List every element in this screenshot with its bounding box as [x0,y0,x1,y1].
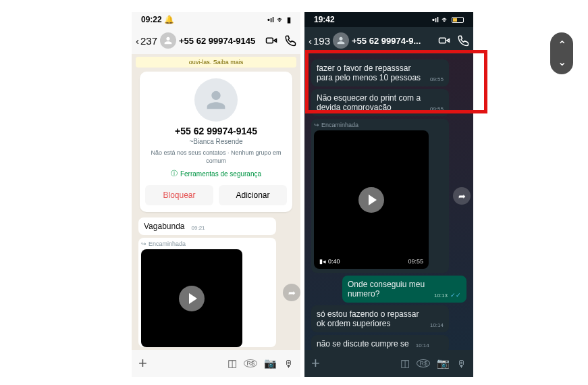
signal-icon: •ıl [267,16,274,24]
contact-phone: +55 62 99974-9145 [145,126,287,136]
forwarded-label: ↪ Encaminhada [141,240,273,247]
microphone-icon[interactable]: 🎙 [284,358,294,369]
input-bar: + ◫ R$ 📷 🎙 [304,350,473,377]
contact-card: +55 62 99974-9145 ~Bianca Resende Não es… [140,72,292,212]
security-tools[interactable]: ⓘ Ferramentas de segurança [145,169,287,178]
microphone-icon[interactable]: 🎙 [456,358,466,369]
video-thumbnail[interactable] [141,249,242,347]
currency-icon[interactable]: R$ [244,359,257,367]
message-bubble[interactable]: não se discute cumpre se 10:14 [311,335,449,350]
message-time: 10:14 [416,342,429,349]
camera-small-icon: ▮◂ [319,258,326,265]
attach-button[interactable]: + [311,355,320,372]
play-icon [369,195,377,205]
phone-screenshot-left: 09:22 🔔 •ıl ᯤ ▮ ‹ 237 +55 62 99974-9145 … [132,12,300,377]
currency-icon[interactable]: R$ [417,359,430,367]
video-duration: ▮◂ 0:40 [319,258,340,265]
share-button[interactable]: ➦ [453,187,471,205]
battery-icon: ▮ [287,16,291,24]
message-bubble[interactable]: só estou fazendo o repassar ok ordem sup… [311,305,449,332]
chat-header: ‹ 193 +55 62 99974-9... [304,27,473,54]
forward-icon: ↪ [141,240,146,247]
message-bubble-out[interactable]: Onde conseguiu meu numero? 10:13 ✓✓ [342,276,466,303]
chevron-left-icon: ‹ [309,35,312,47]
camera-icon[interactable]: 📷 [264,357,277,369]
phone-call-icon[interactable] [284,34,296,47]
phone-screenshot-right: 19:42 •ıl ᯤ ‹ 193 +55 62 99974-9... [304,12,473,377]
read-ticks-icon: ✓✓ [450,292,461,299]
back-count: 193 [313,35,330,47]
share-icon: ➦ [458,191,466,201]
contact-avatar-large[interactable] [194,78,238,122]
status-bar: 19:42 •ıl ᯤ [304,12,473,27]
camera-icon[interactable]: 📷 [437,357,450,369]
nav-down-button[interactable]: ⌄ [558,55,566,68]
play-button[interactable] [358,187,384,213]
video-call-icon[interactable] [265,34,277,47]
add-contact-button[interactable]: Adicionar [219,185,287,205]
page-nav-capsule: ⌃ ⌄ [550,32,573,74]
message-text: só estou fazendo o repassar ok ordem sup… [317,309,423,328]
message-time: 10:13 [434,292,448,299]
message-time: 09:21 [192,225,205,231]
wifi-icon: ᯤ [277,16,284,24]
chat-header: ‹ 237 +55 62 99974-9145 [132,27,300,54]
share-button[interactable]: ➦ [283,284,300,301]
message-time: 10:14 [430,322,444,328]
svg-rect-1 [439,38,446,43]
video-message-bubble[interactable]: ↪ Encaminhada ➦ [138,238,276,347]
status-time: 09:22 🔔 [141,15,174,24]
play-icon [189,293,197,304]
status-bar: 09:22 🔔 •ıl ᯤ ▮ [132,12,300,27]
status-time: 19:42 [314,15,335,24]
attach-button[interactable]: + [138,355,147,372]
contact-title[interactable]: +55 62 99974-9145 [179,36,263,46]
message-text: Não esquecer do print com a devida compr… [317,93,423,112]
share-icon: ➦ [288,288,296,298]
sticker-icon[interactable]: ◫ [400,357,410,369]
contact-avatar-small[interactable] [160,32,176,49]
contact-title[interactable]: +55 62 99974-9... [352,36,435,46]
message-text: fazer o favor de repasssar para pelo men… [317,63,423,82]
contact-avatar-small[interactable] [333,32,349,49]
chat-body[interactable]: fazer o favor de repasssar para pelo men… [304,54,473,350]
contact-meta: Não está nos seus contatos · Nenhum grup… [145,149,287,165]
info-banner[interactable]: ouvi-las. Saiba mais [136,57,296,68]
back-button[interactable]: ‹ 193 [309,35,330,47]
video-thumbnail[interactable]: ▮◂ 0:40 09:55 [314,130,429,269]
wifi-icon: ᯤ [442,16,449,24]
message-bubble[interactable]: Não esquecer do print com a devida compr… [311,89,449,116]
message-time: 09:55 [430,106,444,112]
message-bubble[interactable]: fazer o favor de repasssar para pelo men… [311,59,449,86]
info-icon: ⓘ [171,169,178,178]
back-button[interactable]: ‹ 237 [136,35,157,47]
message-text: não se discute cumpre se [317,339,409,349]
signal-icon: •ıl [432,16,439,24]
chevron-left-icon: ‹ [136,35,139,47]
chat-body[interactable]: ouvi-las. Saiba mais +55 62 99974-9145 ~… [132,54,300,350]
sticker-icon[interactable]: ◫ [228,357,237,369]
message-text: Vagabunda [144,222,185,231]
phone-call-icon[interactable] [457,34,469,47]
input-bar: + ◫ R$ 📷 🎙 [132,350,300,377]
battery-icon [452,17,464,23]
forward-icon: ↪ [314,122,319,128]
block-button[interactable]: Bloquear [145,185,213,205]
message-bubble[interactable]: Vagabunda 09:21 [138,217,276,235]
video-time: 09:55 [408,258,423,265]
contact-name: ~Bianca Resende [145,138,287,145]
video-message-bubble[interactable]: ↪ Encaminhada ▮◂ 0:40 09:55 ➦ [311,119,449,273]
message-time: 09:55 [430,76,444,82]
back-count: 237 [140,35,157,47]
forwarded-label: ↪ Encaminhada [314,122,446,128]
play-button[interactable] [179,286,205,311]
nav-up-button[interactable]: ⌃ [558,38,566,51]
security-label: Ferramentas de segurança [180,170,261,178]
svg-rect-0 [267,38,273,43]
video-call-icon[interactable] [438,34,450,47]
message-text: Onde conseguiu meu numero? [348,280,427,299]
